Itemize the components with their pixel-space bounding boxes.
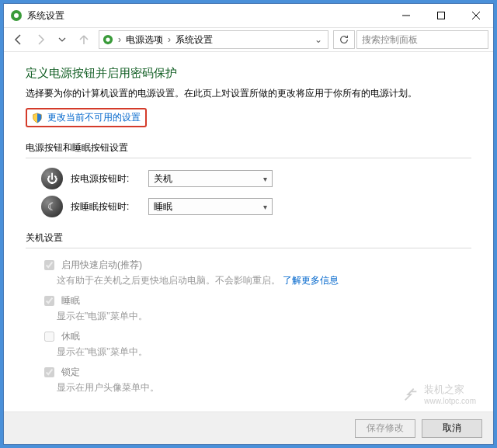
save-button[interactable]: 保存修改 (355, 419, 415, 438)
close-button[interactable] (458, 4, 493, 27)
sleep-label: 睡眠 (61, 294, 80, 307)
lock-input (44, 367, 54, 377)
minimize-button[interactable] (388, 4, 423, 27)
breadcrumb-sep: › (168, 34, 171, 45)
fast-startup-checkbox[interactable]: 启用快速启动(推荐) (41, 258, 471, 273)
page-description: 选择要为你的计算机设置的电源设置。在此页上对设置所做的更改将应用于你所有的电源计… (26, 87, 471, 100)
svg-point-7 (106, 37, 109, 41)
content-area: 定义电源按钮并启用密码保护 选择要为你的计算机设置的电源设置。在此页上对设置所做… (4, 52, 493, 412)
window-title: 系统设置 (27, 9, 388, 23)
maximize-button[interactable] (423, 4, 458, 27)
page-heading: 定义电源按钮并启用密码保护 (26, 66, 471, 81)
titlebar: 系统设置 (4, 4, 493, 27)
forward-button[interactable] (30, 30, 50, 50)
history-dropdown[interactable] (52, 30, 72, 50)
power-button-label: 按电源按钮时: (71, 172, 141, 186)
sleep-checkbox[interactable]: 睡眠 (41, 293, 471, 308)
sleep-button-select[interactable]: 睡眠 ▾ (148, 198, 273, 215)
power-button-select[interactable]: 关机 ▾ (148, 170, 273, 187)
chevron-down-icon: ▾ (263, 175, 267, 183)
lock-label: 锁定 (61, 366, 80, 379)
up-button[interactable] (74, 30, 94, 50)
svg-point-1 (14, 13, 19, 18)
lock-checkbox[interactable]: 锁定 (41, 365, 471, 380)
power-button-value: 关机 (154, 172, 172, 186)
section-shutdown-settings: 关机设置 (26, 231, 471, 245)
breadcrumb-power-options[interactable]: 电源选项 (126, 33, 163, 47)
cancel-button[interactable]: 取消 (422, 419, 482, 438)
breadcrumb-sep: › (118, 34, 121, 45)
chevron-down-icon: ▾ (263, 203, 267, 211)
location-icon (103, 34, 113, 45)
sleep-button-value: 睡眠 (154, 200, 172, 214)
nav-bar: › 电源选项 › 系统设置 ⌄ 搜索控制面板 (4, 27, 493, 52)
back-button[interactable] (9, 30, 29, 50)
change-unavailable-settings-label: 更改当前不可用的设置 (47, 111, 141, 124)
sleep-icon: ☾ (41, 196, 63, 217)
window: 系统设置 › 电源选项 › 系统设置 ⌄ 搜索控制面板 定义电源按钮并启用密码保… (3, 3, 494, 445)
sleep-button-label: 按睡眠按钮时: (71, 200, 141, 214)
lock-desc: 显示在用户头像菜单中。 (57, 381, 471, 394)
refresh-button[interactable] (333, 30, 355, 49)
app-icon (10, 9, 23, 22)
sleep-button-row: ☾ 按睡眠按钮时: 睡眠 ▾ (41, 196, 471, 217)
svg-rect-3 (437, 12, 444, 19)
power-icon: ⏻ (41, 168, 63, 189)
breadcrumb-system-settings[interactable]: 系统设置 (176, 33, 213, 47)
search-input[interactable]: 搜索控制面板 (356, 30, 488, 49)
fast-startup-label: 启用快速启动(推荐) (61, 259, 142, 272)
sleep-input (44, 296, 54, 306)
hibernate-label: 休眠 (61, 330, 80, 343)
search-placeholder: 搜索控制面板 (362, 33, 418, 47)
hibernate-checkbox[interactable]: 休眠 (41, 329, 471, 344)
shield-icon (32, 113, 43, 123)
learn-more-link[interactable]: 了解更多信息 (283, 275, 339, 286)
footer: 保存修改 取消 (4, 412, 493, 444)
hibernate-desc: 显示在"电源"菜单中。 (57, 346, 471, 359)
sleep-desc: 显示在"电源"菜单中。 (57, 310, 471, 323)
change-unavailable-settings-link[interactable]: 更改当前不可用的设置 (26, 108, 147, 127)
power-button-row: ⏻ 按电源按钮时: 关机 ▾ (41, 168, 471, 189)
hibernate-input (44, 332, 54, 342)
fast-startup-desc: 这有助于在关机之后更快地启动电脑。不会影响重启。 了解更多信息 (57, 274, 471, 287)
address-bar[interactable]: › 电源选项 › 系统设置 ⌄ (99, 30, 328, 49)
chevron-down-icon[interactable]: ⌄ (312, 34, 325, 45)
fast-startup-input (44, 260, 54, 270)
divider (26, 248, 471, 248)
section-button-settings: 电源按钮和睡眠按钮设置 (26, 141, 471, 155)
divider (26, 158, 471, 158)
